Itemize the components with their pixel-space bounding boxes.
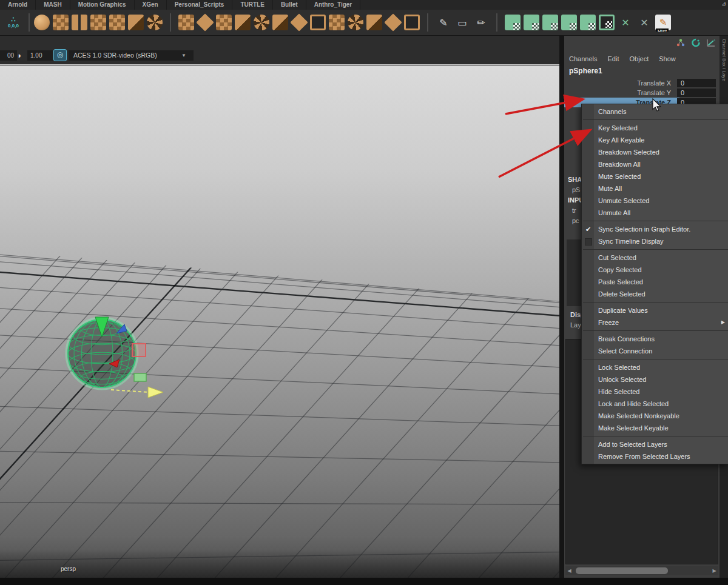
menu-item-unmute-all[interactable]: Unmute All — [582, 207, 728, 219]
exposure-field[interactable]: 00 — [0, 50, 17, 61]
multi-cut-icon[interactable] — [310, 15, 326, 30]
horizontal-scrollbar[interactable]: ◀ ▶ — [565, 566, 718, 575]
menu-item-make-selected-keyable[interactable]: Make Selected Keyable — [582, 422, 728, 434]
channel-row-translate-x[interactable]: Translate X0 — [564, 78, 716, 88]
graph-editor-icon[interactable] — [706, 38, 716, 47]
menu-item-lock-selected[interactable]: Lock Selected — [582, 361, 728, 373]
contrast-icon[interactable]: ◑ — [16, 50, 21, 61]
menu-item-paste-selected[interactable]: Paste Selected — [582, 276, 728, 288]
corner-icon[interactable]: ⊿ — [721, 1, 726, 7]
origin-snap-tool[interactable]: ∴ 0,0,0 — [2, 16, 24, 29]
pencil-curve-icon[interactable]: ✏ — [473, 15, 489, 30]
menu-gutter — [582, 316, 594, 329]
mirror-geometry-icon[interactable] — [72, 15, 87, 30]
menu-gutter — [582, 146, 594, 158]
scrollbar-thumb[interactable] — [576, 567, 668, 574]
flip-uv-icon[interactable] — [272, 15, 288, 30]
shelf-tab-bullet[interactable]: Bullet — [273, 0, 306, 10]
subdivide-mesh-icon[interactable] — [90, 15, 106, 30]
poly-sphere-icon[interactable] — [34, 15, 50, 30]
menu-item-label: Freeze — [598, 319, 619, 326]
menu-item-add-to-selected-layers[interactable]: Add to Selected Layers — [582, 438, 728, 450]
smooth-mesh-icon[interactable] — [109, 15, 125, 30]
shelf-tab-anthro-tiger[interactable]: Anthro_Tiger — [306, 0, 361, 10]
gamma-field[interactable]: 1.00 — [27, 50, 53, 61]
grab-sculpt-icon[interactable] — [561, 15, 577, 30]
channel-box-menubar: ChannelsEditObjectShow — [569, 54, 676, 64]
boolean-icon[interactable] — [404, 15, 420, 30]
history-icon[interactable]: ✎Hist — [655, 15, 671, 30]
colorspace-dropdown-arrow-icon[interactable]: ▼ — [174, 50, 194, 61]
channel-value-field[interactable]: 0 — [677, 79, 716, 87]
sculpt-tool-icon[interactable] — [505, 15, 521, 30]
extrude-icon[interactable] — [178, 15, 194, 30]
channel-box-menu-edit[interactable]: Edit — [607, 54, 619, 64]
scroll-right-icon[interactable]: ▶ — [710, 568, 718, 573]
viewport-3d[interactable]: persp — [0, 65, 559, 578]
menu-item-copy-selected[interactable]: Copy Selected — [582, 264, 728, 276]
relax-sculpt-icon[interactable] — [542, 15, 558, 30]
spin-edge-icon[interactable] — [147, 15, 163, 30]
ep-curve-tool-icon[interactable]: ▭ — [454, 15, 470, 30]
channel-box-tab-label[interactable]: Channel Box / Laye — [721, 36, 727, 81]
menu-item-select-connection[interactable]: Select Connection — [582, 345, 728, 357]
menu-item-lock-and-hide-selected[interactable]: Lock and Hide Selected — [582, 398, 728, 410]
view-transform-icon[interactable]: ◎ — [53, 49, 67, 61]
menu-item-unmute-selected[interactable]: Unmute Selected — [582, 195, 728, 207]
shelf-tab-turtle[interactable]: TURTLE — [232, 0, 272, 10]
menu-item-delete-selected[interactable]: Delete Selected — [582, 288, 728, 300]
plane-handle-green[interactable] — [134, 373, 146, 381]
channel-box-menu-show[interactable]: Show — [659, 54, 676, 64]
menu-item-channels[interactable]: Channels — [582, 105, 728, 118]
circularize-icon[interactable] — [254, 15, 269, 30]
triad-icon[interactable] — [676, 38, 686, 47]
menu-item-unlock-selected[interactable]: Unlock Selected — [582, 373, 728, 386]
menu-item-make-selected-nonkeyable[interactable]: Make Selected Nonkeyable — [582, 410, 728, 422]
menu-item-key-all-keyable[interactable]: Key All Keyable — [582, 134, 728, 146]
bevel-icon[interactable] — [196, 13, 214, 31]
menu-item-sync-timeline-display[interactable]: Sync Timeline Display — [582, 235, 728, 247]
menu-item-sync-selection-in-graph-editor[interactable]: ✔Sync Selection in Graph Editor. — [582, 223, 728, 235]
stamp-sculpt-icon[interactable] — [599, 15, 615, 30]
component-grid-icon[interactable] — [329, 15, 345, 30]
menu-item-duplicate-values[interactable]: Duplicate Values — [582, 304, 728, 316]
menu-item-remove-from-selected-layers[interactable]: Remove From Selected Layers — [582, 450, 728, 463]
menu-item-breakdown-all[interactable]: Breakdown All — [582, 158, 728, 170]
duplicate-face-icon[interactable] — [366, 15, 382, 30]
bridge-icon[interactable] — [216, 15, 232, 30]
menu-item-freeze[interactable]: Freeze▶ — [582, 316, 728, 329]
plane-handle-red[interactable] — [132, 344, 146, 356]
merge-vertices-icon[interactable] — [235, 15, 251, 30]
menu-item-hide-selected[interactable]: Hide Selected — [582, 386, 728, 398]
flip-normals-icon[interactable] — [128, 15, 144, 30]
object-name[interactable]: pSphere1 — [569, 67, 602, 75]
colorspace-dropdown[interactable]: ACES 1.0 SDR-video (sRGB) — [69, 50, 180, 61]
shelf-tab-personal-scripts[interactable]: Personal_Scripts — [167, 0, 233, 10]
channel-value-field[interactable]: 0 — [677, 89, 716, 97]
menu-item-cut-selected[interactable]: Cut Selected — [582, 252, 728, 264]
pinch-sculpt-icon[interactable] — [580, 15, 596, 30]
shelf-tab-mash[interactable]: MASH — [36, 0, 70, 10]
menu-gutter — [582, 410, 594, 422]
channel-box-menu-object[interactable]: Object — [629, 54, 649, 64]
smear-sculpt-icon[interactable]: ✕ — [618, 15, 633, 30]
combine-icon[interactable] — [53, 15, 69, 30]
menu-item-key-selected[interactable]: Key Selected — [582, 122, 728, 134]
symmetrize-icon[interactable] — [290, 13, 308, 31]
shelf-tab-arnold[interactable]: Arnold — [0, 0, 36, 10]
scroll-left-icon[interactable]: ◀ — [565, 568, 573, 573]
channel-box-menu-channels[interactable]: Channels — [569, 54, 597, 64]
menu-item-breakdown-selected[interactable]: Breakdown Selected — [582, 146, 728, 158]
menu-item-mute-selected[interactable]: Mute Selected — [582, 170, 728, 182]
circle-gauge-icon[interactable] — [691, 38, 701, 47]
wheel-projection-icon[interactable] — [348, 15, 363, 30]
channel-row-translate-y[interactable]: Translate Y0 — [564, 88, 716, 98]
erase-sculpt-icon[interactable]: ✕ — [636, 15, 652, 30]
smooth-sculpt-icon[interactable] — [524, 15, 539, 30]
menu-item-mute-all[interactable]: Mute All — [582, 182, 728, 195]
shelf-tab-motion-graphics[interactable]: Motion Graphics — [70, 0, 135, 10]
shelf-tab-xgen[interactable]: XGen — [135, 0, 167, 10]
menu-item-break-connections[interactable]: Break Connections — [582, 333, 728, 345]
create-curve-icon[interactable]: ✎ — [436, 15, 451, 30]
target-weld-icon[interactable] — [384, 13, 402, 31]
